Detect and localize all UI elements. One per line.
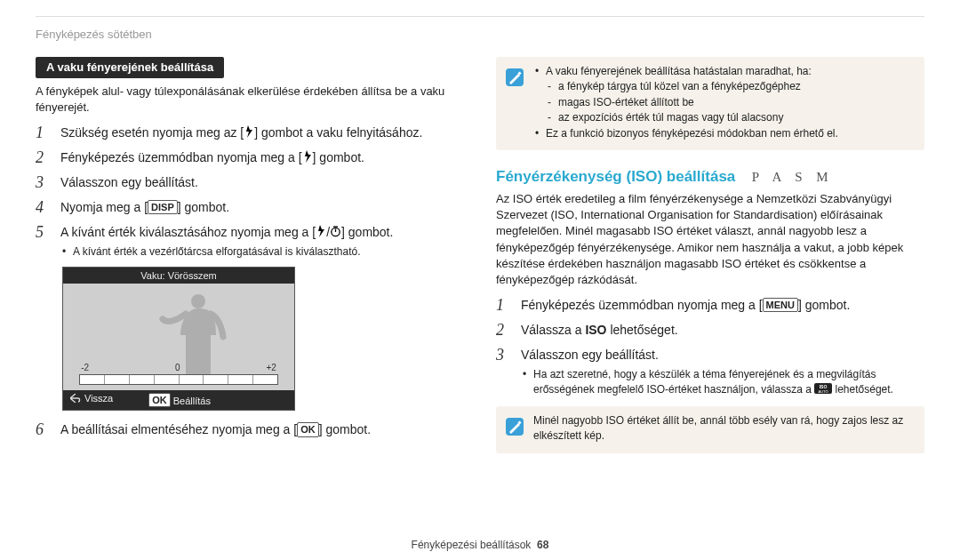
step-text: A kívánt érték kiválasztásához nyomja me…: [60, 225, 316, 239]
silhouette: [159, 292, 230, 381]
lcd-set: OK Beállítás: [148, 393, 211, 407]
left-step-4: 4 Nyomja meg a [DISP] gombot.: [36, 199, 464, 217]
ok-key: OK: [297, 422, 319, 436]
step-number: 1: [496, 297, 510, 315]
step-number: 2: [496, 322, 510, 340]
step-text: Válasszon egy beállítást.: [60, 174, 464, 192]
subhead-flash-intensity: A vaku fényerejének beállítása: [36, 57, 224, 78]
step-number: 5: [36, 224, 50, 242]
step-text: A beállításai elmentéséhez nyomja meg a …: [60, 422, 297, 436]
flash-icon: [316, 225, 326, 237]
iso-auto-icon: ISOAUTO: [814, 383, 832, 394]
flash-icon: [302, 150, 313, 163]
svg-point-1: [191, 294, 205, 308]
left-step-5: 5 A kívánt érték kiválasztásához nyomja …: [36, 224, 464, 260]
right-column: A vaku fényerejének beállítása hatástala…: [496, 57, 924, 471]
page-number: 68: [537, 539, 548, 551]
left-step-3: 3 Válasszon egy beállítást.: [36, 174, 464, 192]
lcd-title: Vaku: Vörösszem: [63, 268, 294, 284]
left-step-1: 1 Szükség esetén nyomja meg az [] gombot…: [36, 124, 464, 142]
sub-bullet: A kívánt érték a vezérlőtárcsa elforgatá…: [60, 244, 464, 260]
step-text: Fényképezés üzemmódban nyomja meg a [: [60, 150, 302, 164]
intro-text: A fényképek alul- vagy túlexponálásának …: [36, 84, 464, 116]
note-box-iso: Minél nagyobb ISO értéket állít be, anná…: [496, 406, 924, 453]
step-text: Szükség esetén nyomja meg az [: [60, 125, 244, 140]
step-number: 3: [36, 174, 50, 192]
left-column: A vaku fényerejének beállítása A fénykép…: [36, 57, 464, 471]
lcd-preview: Vaku: Vörösszem -2 0 +2: [62, 267, 295, 411]
step-text: Válasszon egy beállítást.: [521, 348, 659, 362]
step-text: Fényképezés üzemmódban nyomja meg a [: [521, 298, 763, 312]
left-steps-cont: 6 A beállításai elmentéséhez nyomja meg …: [36, 421, 464, 439]
step-number: 6: [36, 421, 50, 439]
ok-key: OK: [148, 393, 171, 407]
step-number: 3: [496, 347, 510, 364]
running-head: Fényképezés sötétben: [36, 28, 924, 41]
left-step-2: 2 Fényképezés üzemmódban nyomja meg a []…: [36, 149, 464, 167]
disp-key: DISP: [148, 200, 178, 214]
left-steps: 1 Szükség esetén nyomja meg az [] gombot…: [36, 124, 464, 260]
sub-bullet: Ha azt szeretné, hogy a készülék a téma …: [521, 367, 924, 397]
back-arrow-icon: [70, 394, 81, 404]
right-steps: 1 Fényképezés üzemmódban nyomja meg a [M…: [496, 297, 924, 397]
scale-min: -2: [81, 363, 89, 372]
menu-key: MENU: [763, 298, 798, 312]
footer: Fényképezési beállítások 68: [0, 539, 960, 551]
iso-intro-text: Az ISO érték eredetileg a film fényérzék…: [496, 191, 924, 288]
left-step-6: 6 A beállításai elmentéséhez nyomja meg …: [36, 421, 464, 439]
footer-text: Fényképezési beállítások: [412, 539, 532, 551]
svg-text:AUTO: AUTO: [819, 389, 828, 394]
scale-max: +2: [266, 363, 276, 372]
note-body: A vaku fényerejének beállítása hatástala…: [533, 64, 914, 141]
note-body: Minél nagyobb ISO értéket állít be, anná…: [533, 413, 914, 444]
lcd-back: Vissza: [70, 393, 113, 407]
right-step-3: 3 Válasszon egy beállítást. Ha azt szere…: [496, 347, 924, 397]
step-number: 2: [36, 149, 50, 167]
timer-icon: [330, 225, 341, 237]
flash-icon: [244, 125, 254, 138]
note-icon: [505, 68, 524, 141]
iso-section-title: Fényérzékenység (ISO) beállítása: [496, 168, 735, 185]
step-text: Válassza a: [521, 323, 585, 337]
right-step-2: 2 Válassza a ISO lehetőséget.: [496, 322, 924, 340]
step-number: 4: [36, 199, 50, 217]
iso-bold: ISO: [585, 323, 606, 337]
mode-letters: P A S M: [752, 170, 834, 184]
step-text: Nyomja meg a [: [60, 200, 148, 214]
note-box-flash: A vaku fényerejének beállítása hatástala…: [496, 57, 924, 150]
right-step-1: 1 Fényképezés üzemmódban nyomja meg a [M…: [496, 297, 924, 315]
note-icon: [505, 417, 524, 444]
step-number: 1: [36, 124, 50, 142]
